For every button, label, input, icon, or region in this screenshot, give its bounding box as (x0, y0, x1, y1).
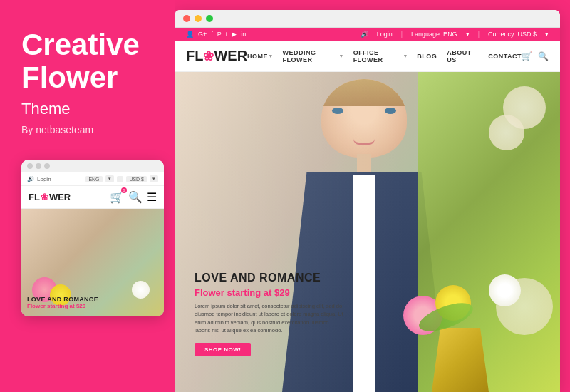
site-logo: FL❀WER (186, 48, 247, 64)
browser-dot-red (183, 15, 190, 22)
nav-label-home: HOME (247, 53, 268, 60)
browser-mockup: 👤 G+ f P t ▶ in 🔊 Login | Language: ENG … (175, 10, 560, 392)
mobile-topbar-right: ENG ▾ | USD $ ▾ (86, 175, 158, 182)
mobile-lang-arrow: ▾ (105, 175, 114, 182)
site-social-icons: 👤 G+ f P t ▶ in (186, 31, 246, 38)
social-icon-in[interactable]: in (241, 31, 246, 38)
nav-item-blog[interactable]: BLOG (417, 53, 437, 60)
theme-author: By netbaseteam (21, 124, 153, 135)
mobile-login-label: Login (37, 176, 51, 182)
mobile-dot-2 (36, 163, 41, 169)
mobile-cart[interactable]: 🛒 0 (110, 190, 124, 204)
social-icon-gplus[interactable]: G+ (198, 31, 207, 38)
mobile-hero-subtitle: Flower starting at $29 (27, 303, 158, 309)
mobile-dot-3 (44, 163, 50, 169)
topbar-sep1: | (401, 31, 403, 38)
mobile-logo-flower: ❀ (41, 192, 48, 202)
left-panel: Creative Flower Theme By netbaseteam 🔊 L… (0, 0, 175, 392)
hero-main-title: LOVE AND ROMANCE (195, 271, 344, 284)
currency-arrow: ▾ (545, 31, 549, 38)
browser-content: 👤 G+ f P t ▶ in 🔊 Login | Language: ENG … (175, 28, 560, 392)
browser-dot-green (206, 15, 213, 22)
mobile-currency: USD $ (126, 176, 147, 182)
mobile-hero-section: LOVE AND ROMANCE Flower starting at $29 (21, 209, 164, 316)
mobile-cart-badge: 0 (121, 187, 127, 193)
site-login-label[interactable]: Login (377, 31, 393, 38)
nav-label-blog: BLOG (417, 53, 437, 60)
mobile-site-logo: FL❀WER (28, 192, 71, 202)
nav-label-about: ABOUT US (447, 49, 478, 63)
mobile-dot-1 (27, 163, 33, 169)
nav-label-wedding: WEDDING FLOWER (283, 49, 339, 63)
nav-label-contact: CONTACT (488, 53, 522, 60)
nav-arrow-office: ▾ (404, 53, 408, 59)
mobile-preview-card: 🔊 Login ENG ▾ | USD $ ▾ FL❀WER 🛒 0 🔍 (21, 160, 164, 316)
mobile-cart-icon: 🛒 (110, 191, 124, 203)
hero-main-subtitle: Flower starting at $29 (195, 287, 344, 298)
theme-title: Creative Flower (21, 29, 153, 94)
shop-now-button[interactable]: Shop Now! (195, 343, 251, 356)
title-line2: Flower (21, 61, 118, 94)
nav-arrow-wedding: ▾ (340, 53, 343, 59)
nav-menu: HOME ▾ WEDDING FLOWER ▾ OFFICE FLOWER ▾ … (247, 49, 522, 63)
site-topbar-right: 🔊 Login | Language: ENG ▾ | Currency: US… (361, 31, 549, 38)
mobile-topbar: 🔊 Login ENG ▾ | USD $ ▾ (21, 172, 164, 186)
nav-item-wedding[interactable]: WEDDING FLOWER ▾ (283, 49, 343, 63)
mobile-menu-icon[interactable]: ☰ (147, 190, 157, 204)
nav-label-office: OFFICE FLOWER (353, 49, 403, 63)
site-topbar: 👤 G+ f P t ▶ in 🔊 Login | Language: ENG … (175, 28, 560, 41)
mobile-hero-image: LOVE AND ROMANCE Flower starting at $29 (21, 209, 164, 316)
site-language-label[interactable]: Language: ENG (411, 31, 457, 38)
social-icon-tw[interactable]: t (226, 31, 228, 38)
mobile-nav-icons: 🛒 0 🔍 ☰ (110, 190, 157, 204)
mobile-login-icon: 🔊 (27, 176, 34, 182)
hero-text-block: LOVE AND ROMANCE Flower starting at $29 … (195, 271, 344, 356)
mobile-hero-title: LOVE AND ROMANCE (27, 296, 158, 303)
nav-arrow-home: ▾ (269, 53, 273, 59)
social-icon-yt[interactable]: ▶ (232, 31, 237, 38)
social-icon-fb[interactable]: f (211, 31, 213, 38)
site-navigation: FL❀WER HOME ▾ WEDDING FLOWER ▾ OFFICE FL… (175, 41, 560, 72)
browser-dot-yellow (195, 15, 202, 22)
nav-item-office[interactable]: OFFICE FLOWER ▾ (353, 49, 408, 63)
logo-flower-icon: ❀ (203, 48, 214, 64)
browser-titlebar (175, 10, 560, 28)
mobile-topbar-left: 🔊 Login (27, 176, 51, 182)
hero-description: Lorem ipsum dolor sit amet, consectetur … (195, 302, 344, 334)
nav-item-about[interactable]: ABOUT US (447, 49, 478, 63)
nav-item-home[interactable]: HOME ▾ (247, 53, 273, 60)
nav-item-contact[interactable]: CONTACT (488, 53, 522, 60)
social-icon-person: 👤 (186, 31, 194, 38)
mobile-currency-arrow: ▾ (150, 175, 158, 182)
mobile-logo-bar: FL❀WER 🛒 0 🔍 ☰ (21, 186, 164, 209)
site-login-icon: 🔊 (361, 31, 368, 38)
nav-search-icon[interactable]: 🔍 (538, 51, 549, 61)
topbar-sep2: | (478, 31, 480, 38)
lang-arrow: ▾ (466, 31, 470, 38)
nav-icons: 🛒 🔍 (522, 51, 549, 61)
site-currency-label[interactable]: Currency: USD $ (488, 31, 537, 38)
site-hero: LOVE AND ROMANCE Flower starting at $29 … (175, 72, 560, 392)
mobile-search-icon[interactable]: 🔍 (128, 190, 142, 204)
social-icon-pin[interactable]: P (217, 31, 222, 38)
theme-subtitle: Theme (21, 100, 153, 118)
mobile-hero-text-block: LOVE AND ROMANCE Flower starting at $29 (27, 296, 158, 309)
mobile-card-titlebar (21, 160, 164, 172)
mobile-lang: ENG (86, 176, 102, 182)
title-line1: Creative (21, 28, 140, 61)
nav-cart-icon[interactable]: 🛒 (522, 51, 532, 61)
